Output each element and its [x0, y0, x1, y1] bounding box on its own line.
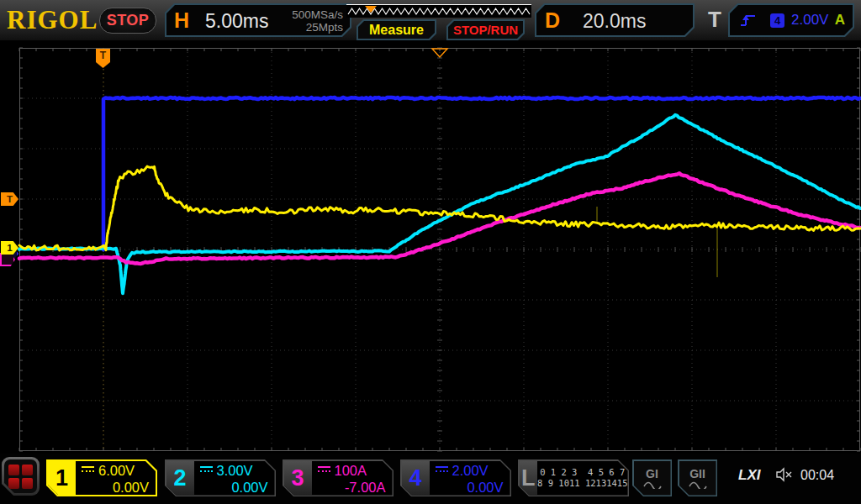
- channel2-number: 2: [166, 461, 194, 496]
- channel2-box[interactable]: 2 3.00V 0.00V: [165, 459, 276, 496]
- rigol-logo: RIGOL: [7, 5, 98, 35]
- trigger-position-marker[interactable]: T: [96, 49, 110, 68]
- logic-analyzer-box[interactable]: L 0 1 2 3 4 5 6 7 8 9 1011 12131415: [518, 459, 629, 496]
- channel4-offset: 0.00V: [436, 480, 504, 496]
- channel2-offset: 0.00V: [200, 480, 268, 496]
- channel3-number: 3: [284, 461, 312, 496]
- channel3-scale: 100A: [335, 463, 367, 479]
- acquisition-info: 500MSa/s 25Mpts: [292, 8, 343, 34]
- channel2-scale: 3.00V: [217, 463, 253, 479]
- trigger-panel[interactable]: 4 2.00V A: [728, 3, 854, 37]
- channel1-box[interactable]: 1 6.00V 0.00V: [46, 459, 157, 496]
- channel4-box[interactable]: 4 2.00V 0.00V: [400, 459, 511, 496]
- logic-label: L: [520, 461, 538, 496]
- oscilloscope-screen: T 1 T RIGOL STOP H 5.00ms 500MSa/s 25Mpt…: [0, 0, 861, 504]
- top-status-bar: RIGOL STOP H 5.00ms 500MSa/s 25Mpts Meas…: [0, 0, 861, 40]
- generator2-label: GII: [689, 468, 705, 480]
- delay-label: D: [545, 8, 560, 33]
- trigger-source-badge: 4: [770, 13, 784, 28]
- timebase-value: 5.00ms: [205, 10, 268, 33]
- channel1-offset: 0.00V: [82, 480, 149, 496]
- measure-button[interactable]: Measure: [357, 19, 436, 40]
- menu-button[interactable]: [2, 457, 40, 496]
- lxi-logo: LXI: [738, 467, 760, 484]
- delay-value: 20.0ms: [583, 10, 646, 33]
- dc-coupling-icon: [318, 466, 330, 475]
- trigger-delay-marker: [0, 0, 861, 504]
- waveform-plot: [0, 0, 861, 504]
- logic-channels-row1: 0 1 2 3 4 5 6 7: [540, 467, 625, 478]
- horizontal-panel[interactable]: H 5.00ms 500MSa/s 25Mpts: [165, 3, 351, 37]
- channel4-number: 4: [402, 461, 430, 496]
- channel1-scale: 6.00V: [98, 463, 135, 479]
- logic-channels-row2: 8 9 1011 12131415: [537, 478, 627, 489]
- menu-grid-icon: [4, 459, 37, 493]
- sawtooth-icon: [346, 5, 531, 18]
- sine-wave-icon: [689, 480, 707, 489]
- memory-position-indicator: [346, 4, 531, 18]
- generator1-label: GI: [646, 468, 658, 480]
- generator1-button[interactable]: GI: [632, 459, 672, 496]
- clock: 00:04: [800, 468, 834, 483]
- channel3-box[interactable]: 3 100A -7.00A: [283, 459, 394, 496]
- speaker-muted-icon[interactable]: [775, 467, 794, 482]
- memory-depth: 25Mpts: [292, 21, 343, 34]
- trigger-level-value: 2.00V: [791, 12, 828, 29]
- channel1-number: 1: [48, 461, 76, 495]
- trigger-level-marker[interactable]: T: [1, 192, 18, 206]
- stop-run-button[interactable]: STOP/RUN: [446, 19, 525, 40]
- channel3-offset: -7.00A: [318, 480, 386, 496]
- generator2-button[interactable]: GII: [678, 459, 717, 496]
- dc-coupling-icon: [82, 466, 94, 475]
- trigger-label: T: [708, 7, 721, 33]
- channel4-scale: 2.00V: [452, 463, 489, 479]
- trigger-sweep-mode: A: [835, 12, 845, 29]
- bottom-status-bar: 1 6.00V 0.00V 2 3.00V 0.00V 3: [0, 454, 861, 504]
- edge-trigger-icon: [738, 12, 758, 29]
- run-state-badge: STOP: [99, 8, 156, 34]
- delay-panel[interactable]: D 20.0ms: [535, 3, 695, 37]
- sample-rate: 500MSa/s: [292, 8, 343, 21]
- dc-coupling-icon: [436, 466, 448, 475]
- sine-wave-icon: [643, 480, 662, 489]
- horizontal-label: H: [174, 8, 189, 33]
- dc-coupling-icon: [200, 466, 213, 475]
